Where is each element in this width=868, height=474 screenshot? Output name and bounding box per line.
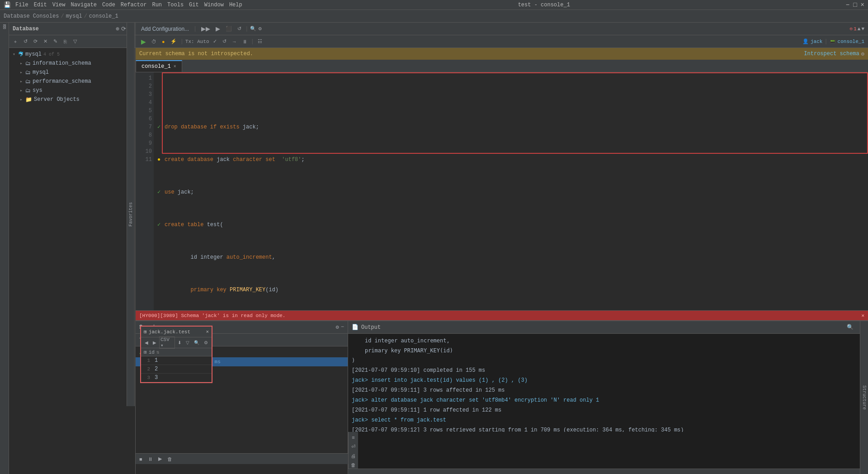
breadcrumb-db-consoles[interactable]: Database Consoles (4, 13, 59, 19)
window-controls: − □ × (846, 1, 864, 9)
col-icon: ⊞ (144, 349, 147, 355)
output-search-icon[interactable]: 🔍 (847, 324, 854, 331)
main-layout: 🗄 Database ⊕ ⟳ ⚙ + ↺ ⟳ ✕ ✎ ⎘ ▽ ▾ 🐬 mysq (0, 23, 868, 474)
out-clear-btn[interactable]: 🗑 (349, 461, 358, 469)
tab-console1[interactable]: console_1 × (136, 60, 182, 72)
rt-settings-btn[interactable]: ⚙ (202, 339, 210, 346)
menu-refactor[interactable]: Refactor (121, 2, 147, 8)
tree-item-info-schema[interactable]: ▸ 🗂 information_schema (9, 59, 135, 68)
output-cmd-1: jack> insert into jack.test(id) values (… (352, 375, 856, 385)
clock-btn[interactable]: ⏱ (150, 38, 158, 45)
output-code-3: ) (352, 356, 856, 365)
connection-console: 📟console_1 (830, 38, 864, 44)
undo-btn[interactable]: ↺ (221, 38, 228, 45)
svc-stop-btn[interactable]: ■ (137, 455, 144, 463)
schema-icon: 🗂 (25, 60, 31, 67)
rt-prev-btn[interactable]: ◀ (143, 339, 150, 346)
redo-btn[interactable]: → (230, 38, 239, 45)
menu-run[interactable]: Run (152, 2, 162, 8)
tab-close-btn[interactable]: × (174, 64, 176, 69)
rt-next-btn[interactable]: ▶ (151, 339, 158, 346)
output-info-2: [2021-07-07 09:59:11] 3 rows affected in… (352, 385, 856, 395)
maximize-btn[interactable]: □ (853, 1, 857, 9)
schema-gear-icon[interactable]: ⚙ (861, 51, 864, 57)
menu-git[interactable]: Git (189, 2, 199, 8)
rt-search-btn[interactable]: 🔍 (192, 339, 201, 346)
db-sync-btn[interactable]: ⟳ (121, 25, 126, 33)
close-btn[interactable]: × (861, 1, 864, 9)
svc-pause-btn[interactable]: ⏸ (146, 455, 155, 463)
search-icon[interactable]: 🔍 (250, 26, 256, 32)
db-filter-btn[interactable]: ▽ (71, 37, 80, 46)
structure-strip[interactable]: Structure (860, 321, 868, 474)
col-id-label[interactable]: id (149, 350, 155, 355)
svc-resume-btn[interactable]: ▶ (156, 455, 164, 463)
add-config-btn[interactable]: Add Configuration... (139, 25, 191, 33)
database-icon[interactable]: 🗄 (1, 24, 8, 32)
execute-btn[interactable]: ▶ (139, 37, 148, 46)
format-btn[interactable]: ● (160, 38, 167, 45)
tree-item-sys[interactable]: ▸ 🗂 sys (9, 86, 135, 95)
settings-icon[interactable]: ⚙ (258, 25, 261, 32)
line-status-2: ● (157, 156, 165, 164)
favorites-label[interactable]: Favorites (128, 202, 133, 227)
db-add-btn[interactable]: ⊕ (116, 25, 119, 33)
db-refresh-btn[interactable]: ↺ (21, 37, 30, 46)
code-lines[interactable]: ✓ drop database if exists jack; ● create… (154, 72, 868, 310)
svc-clear-btn[interactable]: 🗑 (165, 455, 174, 463)
table-view-btn[interactable]: ☷ (256, 38, 264, 45)
result-table-close-btn[interactable]: × (206, 329, 209, 335)
rollback-btn[interactable]: ↺ (236, 25, 243, 33)
tree-arrow: ▸ (20, 61, 25, 66)
out-print-btn[interactable]: 🖨 (349, 452, 358, 460)
db-remove-btn[interactable]: ✕ (41, 37, 50, 46)
rt-filter-btn[interactable]: ▽ (184, 339, 191, 346)
error-count-badge: ⊖ 1 ▲ ▼ (850, 26, 864, 32)
minimize-btn[interactable]: − (846, 1, 849, 9)
result-table-content: ⊞ id ⇅ 1 1 2 2 3 (141, 348, 212, 382)
menu-navigate[interactable]: Navigate (71, 2, 97, 8)
menu-window[interactable]: Window (204, 2, 224, 8)
code-line-1: ✓ drop database if exists jack; (157, 123, 864, 131)
services-minimize-icon[interactable]: − (341, 324, 344, 331)
left-side-icons: 🗄 (0, 23, 9, 474)
db-sync2-btn[interactable]: ⟳ (31, 37, 40, 46)
menu-code[interactable]: Code (102, 2, 115, 8)
result-row-2: 2 2 (141, 365, 212, 374)
rt-csv-btn[interactable]: CSV ▾ (159, 337, 175, 349)
menu-file[interactable]: File (15, 2, 28, 8)
menu-help[interactable]: Help (229, 2, 242, 8)
menu-tools[interactable]: Tools (167, 2, 184, 8)
tree-item-perf-schema[interactable]: ▸ 🗂 performance_schema (9, 77, 135, 86)
services-settings-icon[interactable]: ⚙ (336, 324, 339, 331)
output-content[interactable]: id integer auto_increment, primary key P… (348, 334, 860, 432)
editor-toolbar: ▶ ⏱ ● ⚡ | Tx: Auto ✓ ↺ → ⏸ | ☷ 👤jack | 📟… (136, 35, 868, 48)
introspect-link[interactable]: Introspect schema ⚙ (804, 51, 864, 57)
stop-btn[interactable]: ⬛ (224, 25, 234, 33)
db-copy-btn[interactable]: ⎘ (61, 37, 70, 46)
code-content[interactable]: 1 2 3 4 5 6 7 8 9 10 11 ✓ (136, 72, 868, 310)
tree-item-mysql[interactable]: ▾ 🐬 mysql 4 of 5 (9, 50, 135, 59)
breadcrumb-console1[interactable]: console_1 (89, 13, 118, 19)
breadcrumb-mysql[interactable]: mysql (66, 13, 82, 19)
out-wrap-btn[interactable]: ⏎ (349, 443, 357, 450)
menu-edit[interactable]: Edit (34, 2, 47, 8)
db-panel-header: Database ⊕ ⟳ ⚙ (9, 23, 135, 35)
db-edit-btn[interactable]: ✎ (51, 37, 60, 46)
col-sort-icon[interactable]: ⇅ (156, 349, 160, 355)
out-list-btn[interactable]: ≡ (350, 434, 356, 441)
tree-item-mysql-db[interactable]: ▸ 🗂 mysql (9, 68, 135, 77)
commit-btn[interactable]: ✓ (211, 38, 219, 45)
rt-export-btn[interactable]: ⬇ (176, 339, 183, 346)
run-btn[interactable]: ▶ (214, 24, 222, 33)
editor-status-close[interactable]: ✕ (861, 313, 864, 318)
run-all-btn[interactable]: ▶▶ (199, 24, 212, 33)
code-line-6: primary key PRIMARY_KEY(id) (157, 286, 864, 294)
menu-view[interactable]: View (52, 2, 66, 8)
explain-btn[interactable]: ⚡ (169, 38, 179, 45)
tree-item-server-objects[interactable]: ▸ 📁 Server Objects (9, 95, 135, 104)
output-scrollbar[interactable] (348, 469, 860, 474)
tree-arrow: ▸ (20, 70, 25, 75)
pause-btn[interactable]: ⏸ (241, 38, 249, 45)
db-new-btn[interactable]: + (11, 37, 20, 46)
